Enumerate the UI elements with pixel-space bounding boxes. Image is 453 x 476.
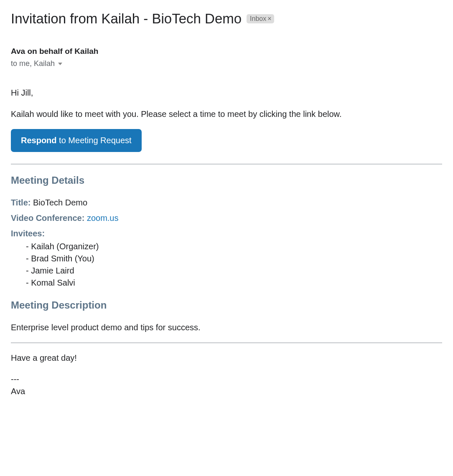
respond-button-rest: to Meeting Request — [57, 136, 132, 145]
meeting-description-heading: Meeting Description — [11, 299, 442, 311]
greeting: Hi Jill, — [11, 88, 442, 98]
sender-line: Ava on behalf of Kailah — [11, 47, 442, 56]
title-value: BioTech Demo — [33, 198, 87, 207]
respond-button[interactable]: Respond to Meeting Request — [11, 129, 142, 152]
invitee-list: Kailah (Organizer) Brad Smith (You) Jami… — [11, 242, 442, 288]
body-intro: Kailah would like to meet with you. Plea… — [11, 109, 442, 119]
divider — [11, 164, 442, 165]
invitees-label: Invitees: — [11, 229, 442, 238]
list-item: Brad Smith (You) — [11, 254, 442, 263]
signature-separator: --- — [11, 375, 442, 384]
title-label: Title: — [11, 198, 31, 207]
signature: Ava — [11, 387, 442, 396]
close-icon[interactable]: × — [267, 15, 271, 23]
divider — [11, 342, 442, 343]
inbox-label-text: Inbox — [250, 15, 266, 23]
video-conference-row: Video Conference: zoom.us — [11, 213, 442, 223]
list-item: Jamie Laird — [11, 266, 442, 276]
meeting-details-heading: Meeting Details — [11, 175, 442, 186]
chevron-down-icon[interactable] — [58, 63, 62, 65]
description-text: Enterprise level product demo and tips f… — [11, 323, 442, 332]
respond-button-bold: Respond — [21, 136, 57, 145]
subject-text: Invitation from Kailah - BioTech Demo — [11, 11, 242, 27]
list-item: Kailah (Organizer) — [11, 242, 442, 251]
subject-line: Invitation from Kailah - BioTech Demo In… — [11, 11, 442, 27]
recipients-text: to me, Kailah — [11, 59, 55, 68]
list-item: Komal Salvi — [11, 278, 442, 288]
video-conference-link[interactable]: zoom.us — [87, 213, 119, 223]
title-row: Title: BioTech Demo — [11, 198, 442, 208]
video-conference-label: Video Conference: — [11, 213, 84, 223]
recipients-line: to me, Kailah — [11, 59, 442, 68]
inbox-label[interactable]: Inbox × — [247, 14, 274, 23]
signoff: Have a great day! — [11, 353, 442, 363]
